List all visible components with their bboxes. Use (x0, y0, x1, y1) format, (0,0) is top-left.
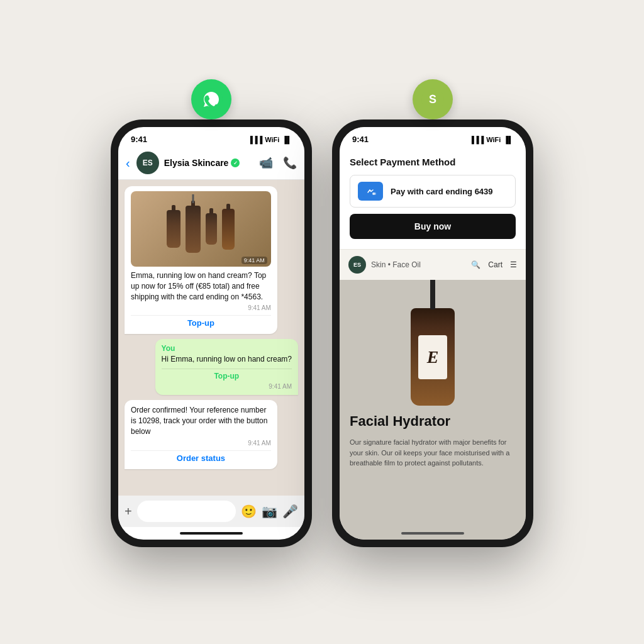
wa-actions[interactable]: 📹 📞 (259, 156, 297, 170)
sp-payment-card-icon (358, 182, 383, 201)
sp-shop-actions: 🔍 Cart ☰ (471, 260, 517, 269)
msg-text-3: Order confirmed! Your reference number i… (131, 405, 271, 436)
bottle-1 (167, 210, 180, 248)
shopify-phone-inner: 9:41 ▐▐▐ WiFi ▐▌ Select Payment Method (340, 127, 526, 540)
sp-product-title: Facial Hydrator (350, 413, 516, 430)
message-received-1: 9:41 AM Emma, running low on hand cream?… (125, 186, 277, 334)
whatsapp-phone-wrapper: 9:41 ▐▐▐ WiFi ▐▌ ‹ ES (111, 97, 312, 547)
message-received-2: Order confirmed! Your reference number i… (125, 400, 277, 469)
bottle-2 (186, 206, 201, 253)
msg-time-3: 9:41 AM (131, 440, 271, 447)
msg-link-topup-1[interactable]: Top-up (131, 315, 271, 329)
shopify-phone-wrapper: S 9:41 ▐▐▐ WiFi ▐▌ (332, 97, 533, 547)
phone-call-icon[interactable]: 📞 (283, 156, 297, 170)
scene: 9:41 ▐▐▐ WiFi ▐▌ ‹ ES (86, 72, 558, 572)
sp-payment-section: Select Payment Method Pay with ca (340, 147, 526, 249)
sp-buy-now-button[interactable]: Buy now (350, 214, 516, 239)
whatsapp-phone: 9:41 ▐▐▐ WiFi ▐▌ ‹ ES (111, 119, 312, 547)
whatsapp-icon (199, 87, 223, 111)
wifi-icon: WiFi (265, 136, 279, 143)
message-sent-1: You Hi Emma, running low on hand cream? … (155, 339, 298, 395)
sp-home-indicator (340, 527, 526, 540)
msg-link-order-status[interactable]: Order status (131, 450, 271, 464)
bottle-3 (206, 213, 217, 245)
sp-search-icon[interactable]: 🔍 (471, 260, 480, 269)
whatsapp-phone-inner: 9:41 ▐▐▐ WiFi ▐▌ ‹ ES (118, 127, 304, 540)
shopify-status-bar: 9:41 ▐▐▐ WiFi ▐▌ (340, 127, 526, 147)
wa-avatar: ES (136, 152, 159, 174)
sp-product-description: Our signature facial hydrator with major… (350, 437, 516, 469)
msg-image-inner (131, 191, 271, 267)
sp-battery-icon: ▐▌ (503, 136, 513, 143)
sp-shop-breadcrumb: Skin • Face Oil (371, 260, 466, 269)
sp-bottle-container: E (350, 292, 516, 406)
wa-sticker-icon[interactable]: 🙂 (241, 504, 257, 519)
sp-menu-icon[interactable]: ☰ (510, 260, 517, 269)
sp-wifi-icon: WiFi (486, 136, 501, 143)
sp-dropper-bottle: E (411, 308, 455, 406)
wa-add-icon[interactable]: + (125, 504, 132, 519)
phones-wrapper: 9:41 ▐▐▐ WiFi ▐▌ ‹ ES (111, 97, 533, 547)
shopify-time: 9:41 (352, 135, 369, 144)
shopify-phone: 9:41 ▐▐▐ WiFi ▐▌ Select Payment Method (332, 119, 533, 547)
wa-home-indicator (118, 527, 304, 540)
wa-header: ‹ ES Elysia Skincare ✓ 📹 📞 (118, 147, 304, 180)
msg-text-2: Hi Emma, running low on hand cream? (162, 354, 292, 365)
verified-badge: ✓ (231, 158, 240, 167)
whatsapp-status-bar: 9:41 ▐▐▐ WiFi ▐▌ (118, 127, 304, 147)
wa-home-bar (180, 532, 243, 535)
sp-shop-avatar: ES (348, 256, 366, 274)
wa-avatar-initials: ES (143, 158, 153, 167)
wa-chat-area: 9:41 AM Emma, running low on hand cream?… (118, 180, 304, 496)
msg-text-1: Emma, running low on hand cream? Top up … (131, 270, 271, 302)
wa-mic-icon[interactable]: 🎤 (282, 504, 298, 519)
whatsapp-time: 9:41 (131, 135, 147, 144)
sp-product-area: E Facial Hydrator Our signature facial h… (340, 280, 526, 527)
shopify-icon: S (421, 87, 445, 111)
sp-payment-label: Pay with card ending 6439 (391, 187, 493, 196)
wa-contact-name-text: Elysia Skincare (164, 158, 229, 168)
sp-bottle-label: E (418, 335, 447, 379)
msg-sender: You (162, 344, 292, 353)
msg-link-topup-2[interactable]: Top-up (162, 369, 292, 380)
sp-shop-initials: ES (353, 262, 361, 268)
sp-home-bar (401, 532, 464, 535)
sp-payment-title: Select Payment Method (350, 157, 516, 167)
msg-product-image: 9:41 AM (131, 191, 271, 267)
wa-camera-icon[interactable]: 📷 (262, 504, 277, 519)
msg-time-1: 9:41 AM (131, 304, 271, 311)
whatsapp-status-icons: ▐▐▐ WiFi ▐▌ (248, 136, 292, 143)
wa-input-bar: + 🙂 📷 🎤 (118, 496, 304, 527)
svg-point-5 (374, 192, 376, 195)
wa-contact-name: Elysia Skincare ✓ (164, 158, 254, 168)
msg-time-2: 9:41 AM (162, 383, 292, 390)
sp-shop-header: ES Skin • Face Oil 🔍 Cart ☰ (340, 249, 526, 280)
card-icon-svg (363, 186, 378, 197)
signal-icon: ▐▐▐ (248, 136, 262, 143)
sp-cart-label[interactable]: Cart (488, 260, 502, 269)
battery-icon: ▐▌ (282, 136, 292, 143)
shopify-badge: S (413, 79, 453, 119)
sp-signal-icon: ▐▐▐ (469, 136, 484, 143)
shopify-status-icons: ▐▐▐ WiFi ▐▌ (469, 136, 513, 143)
wa-contact-info: Elysia Skincare ✓ (164, 158, 254, 168)
wa-input-field[interactable] (137, 501, 236, 522)
whatsapp-badge (191, 79, 231, 119)
image-timestamp: 9:41 AM (242, 257, 267, 264)
bottle-4 (222, 209, 235, 250)
video-call-icon[interactable]: 📹 (259, 156, 273, 170)
wa-back-button[interactable]: ‹ (126, 156, 130, 170)
sp-payment-option[interactable]: Pay with card ending 6439 (350, 175, 516, 208)
